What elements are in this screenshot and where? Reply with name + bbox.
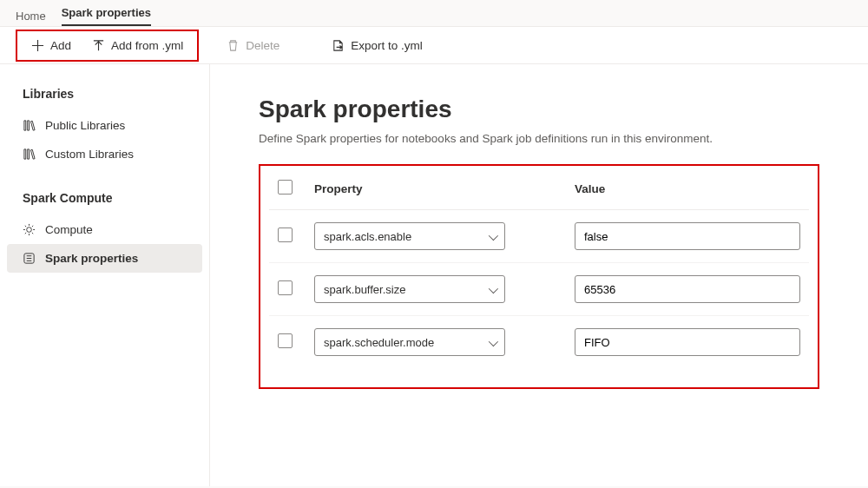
column-header-value: Value bbox=[566, 168, 809, 210]
table-row: spark.acls.enable bbox=[269, 210, 809, 263]
plus-icon bbox=[31, 39, 44, 52]
table-row: spark.buffer.size bbox=[269, 263, 809, 316]
highlight-properties-table: Property Value spark.acls.enable bbox=[259, 164, 819, 389]
add-yml-label: Add from .yml bbox=[111, 39, 183, 52]
value-input[interactable] bbox=[575, 328, 800, 356]
breadcrumb: Home Spark properties bbox=[0, 0, 868, 26]
property-select[interactable]: spark.buffer.size bbox=[314, 275, 505, 303]
property-select[interactable]: spark.acls.enable bbox=[314, 222, 505, 250]
property-select-value: spark.scheduler.mode bbox=[324, 336, 434, 349]
sidebar-item-spark-properties[interactable]: Spark properties bbox=[7, 244, 202, 273]
page-title: Spark properties bbox=[259, 96, 819, 123]
sidebar: Libraries Public Libraries Custom Librar… bbox=[0, 64, 210, 486]
row-checkbox[interactable] bbox=[278, 228, 293, 242]
column-header-property: Property bbox=[306, 168, 566, 210]
trash-icon bbox=[227, 39, 240, 52]
sidebar-item-label: Public Libraries bbox=[45, 119, 125, 132]
add-button[interactable]: Add bbox=[21, 34, 82, 57]
page-description: Define Spark properties for notebooks an… bbox=[259, 132, 819, 145]
toolbar: Add Add from .yml Delete Export to .yml bbox=[0, 26, 868, 64]
library-icon bbox=[23, 119, 36, 132]
chevron-down-icon bbox=[489, 230, 496, 243]
export-label: Export to .yml bbox=[351, 39, 423, 52]
gear-icon bbox=[23, 223, 36, 236]
add-label: Add bbox=[50, 39, 71, 52]
row-checkbox[interactable] bbox=[278, 280, 293, 295]
library-icon bbox=[23, 148, 36, 161]
breadcrumb-current[interactable]: Spark properties bbox=[62, 6, 151, 26]
sidebar-item-custom-libraries[interactable]: Custom Libraries bbox=[0, 140, 209, 168]
value-input[interactable] bbox=[575, 275, 800, 303]
sidebar-section-libraries: Libraries bbox=[0, 87, 209, 111]
value-input[interactable] bbox=[575, 222, 800, 250]
chevron-down-icon bbox=[489, 336, 496, 349]
svg-point-0 bbox=[27, 228, 32, 233]
list-icon bbox=[23, 252, 36, 265]
export-icon bbox=[332, 39, 345, 52]
row-checkbox[interactable] bbox=[278, 333, 293, 348]
property-select[interactable]: spark.scheduler.mode bbox=[314, 328, 505, 356]
table-row: spark.scheduler.mode bbox=[269, 316, 809, 369]
export-yml-button[interactable]: Export to .yml bbox=[321, 34, 433, 57]
property-select-value: spark.buffer.size bbox=[324, 283, 405, 296]
properties-table: Property Value spark.acls.enable bbox=[269, 168, 809, 368]
sidebar-item-public-libraries[interactable]: Public Libraries bbox=[0, 111, 209, 140]
upload-icon bbox=[92, 39, 105, 52]
sidebar-item-label: Compute bbox=[45, 223, 93, 236]
highlight-add-buttons: Add Add from .yml bbox=[16, 30, 199, 62]
delete-button[interactable]: Delete bbox=[216, 34, 290, 57]
delete-label: Delete bbox=[246, 39, 279, 52]
sidebar-item-label: Spark properties bbox=[45, 252, 138, 265]
select-all-checkbox[interactable] bbox=[278, 180, 293, 195]
add-from-yml-button[interactable]: Add from .yml bbox=[82, 34, 194, 57]
sidebar-item-compute[interactable]: Compute bbox=[0, 215, 209, 244]
chevron-down-icon bbox=[489, 283, 496, 296]
breadcrumb-home[interactable]: Home bbox=[16, 10, 46, 23]
sidebar-section-compute: Spark Compute bbox=[0, 191, 209, 215]
content-area: Spark properties Define Spark properties… bbox=[210, 64, 868, 486]
sidebar-item-label: Custom Libraries bbox=[45, 148, 134, 161]
property-select-value: spark.acls.enable bbox=[324, 230, 411, 243]
